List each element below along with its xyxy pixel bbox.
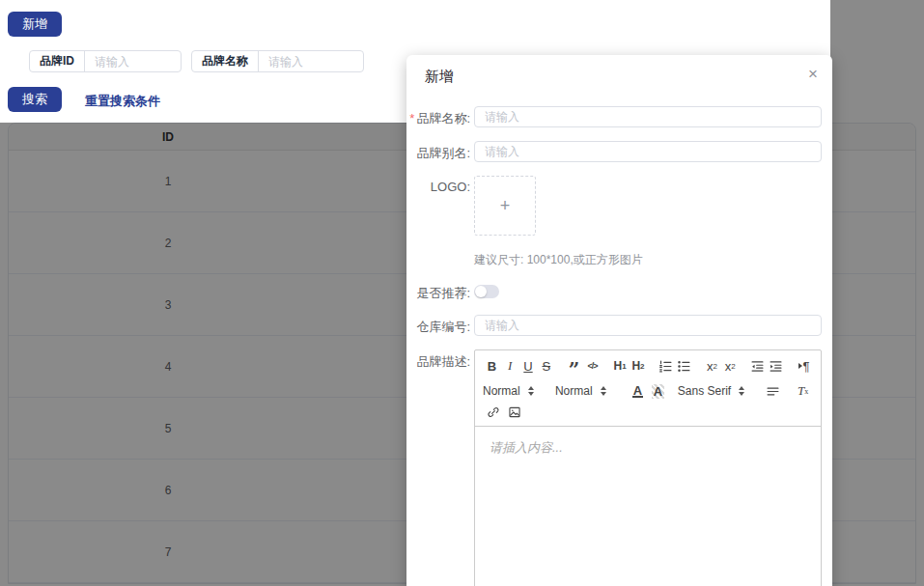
brand-alias-label: 品牌别名: (406, 141, 470, 162)
blockquote-icon[interactable]: ” (565, 356, 583, 376)
logo-size-hint: 建议尺寸: 100*100,或正方形图片 (474, 252, 818, 268)
form-row-warehouse: 仓库编号: (406, 315, 818, 336)
code-block-icon[interactable]: </> (583, 356, 602, 376)
brand-id-filter-group: 品牌ID (29, 50, 182, 72)
form-row-brand-name: *品牌名称: (406, 106, 818, 127)
link-icon[interactable] (483, 403, 504, 422)
required-mark: * (409, 111, 414, 126)
bold-button[interactable]: B (483, 356, 501, 376)
logo-label: LOGO: (406, 176, 470, 268)
indent-icon[interactable] (767, 356, 785, 376)
form-row-logo: LOGO: + 建议尺寸: 100*100,或正方形图片 (406, 176, 818, 268)
add-button[interactable]: 新增 (8, 12, 62, 37)
description-label: 品牌描述: (406, 349, 470, 586)
underline-button[interactable]: U (519, 356, 538, 376)
editor-placeholder: 请插入内容... (490, 440, 563, 455)
brand-name-filter-label: 品牌名称 (192, 51, 259, 71)
align-icon[interactable] (763, 381, 783, 401)
header-picker[interactable]: Normal (483, 384, 542, 398)
search-button[interactable]: 搜索 (8, 87, 62, 112)
text-color-icon[interactable]: A (628, 381, 648, 401)
brand-name-input[interactable] (474, 106, 822, 127)
brand-name-filter-input[interactable] (259, 51, 363, 71)
brand-name-filter-group: 品牌名称 (191, 50, 364, 72)
form-row-recommend: 是否推荐: (406, 281, 818, 302)
background-color-icon[interactable]: A (648, 381, 668, 401)
strike-button[interactable]: S (537, 356, 555, 376)
modal-header: 新增 × (406, 55, 832, 86)
brand-id-filter-label: 品牌ID (30, 51, 85, 71)
ordered-list-icon[interactable] (657, 356, 675, 376)
brand-id-filter-input[interactable] (85, 51, 181, 71)
warehouse-no-label: 仓库编号: (406, 315, 470, 336)
brand-name-label: *品牌名称: (406, 106, 470, 127)
add-brand-modal: 新增 × *品牌名称: 品牌别名: LOGO: (406, 55, 832, 586)
form-row-description: 品牌描述: B I U S ” </> (406, 349, 818, 586)
italic-button[interactable]: I (501, 356, 519, 376)
font-picker[interactable]: Sans Serif (678, 384, 749, 398)
toggle-knob (475, 286, 487, 297)
modal-title: 新增 (425, 68, 454, 84)
plus-icon: + (500, 196, 511, 216)
bullet-list-icon[interactable] (675, 356, 693, 376)
editor-content-area[interactable]: 请插入内容... (475, 427, 821, 586)
modal-body: *品牌名称: 品牌别名: LOGO: + 建议尺寸: 100*100 (406, 86, 832, 586)
size-picker[interactable]: Normal (555, 384, 614, 398)
logo-upload-box[interactable]: + (474, 176, 536, 236)
warehouse-no-input[interactable] (474, 315, 822, 336)
direction-rtl-icon[interactable]: ¶ (795, 356, 813, 376)
superscript-button[interactable]: x2 (721, 356, 740, 376)
recommend-label: 是否推荐: (406, 281, 470, 302)
image-icon[interactable] (504, 403, 525, 422)
header-2-button[interactable]: H2 (630, 356, 648, 376)
clean-format-button[interactable]: Tx (793, 381, 813, 401)
header-1-button[interactable]: H1 (611, 356, 630, 376)
outdent-icon[interactable] (749, 356, 768, 376)
reset-search-link[interactable]: 重置搜索条件 (85, 93, 160, 110)
editor-toolbar: B I U S ” </> H1 H2 (475, 350, 821, 427)
close-icon[interactable]: × (808, 66, 818, 82)
form-row-brand-alias: 品牌别名: (406, 141, 818, 162)
rich-text-editor: B I U S ” </> H1 H2 (474, 349, 822, 586)
subscript-button[interactable]: x2 (703, 356, 721, 376)
brand-alias-input[interactable] (474, 141, 822, 162)
screen: ID 1234567 新增 品牌ID 品牌名称 搜索 重置搜索条件 新增 × *… (0, 0, 924, 586)
recommend-toggle[interactable] (474, 285, 499, 298)
